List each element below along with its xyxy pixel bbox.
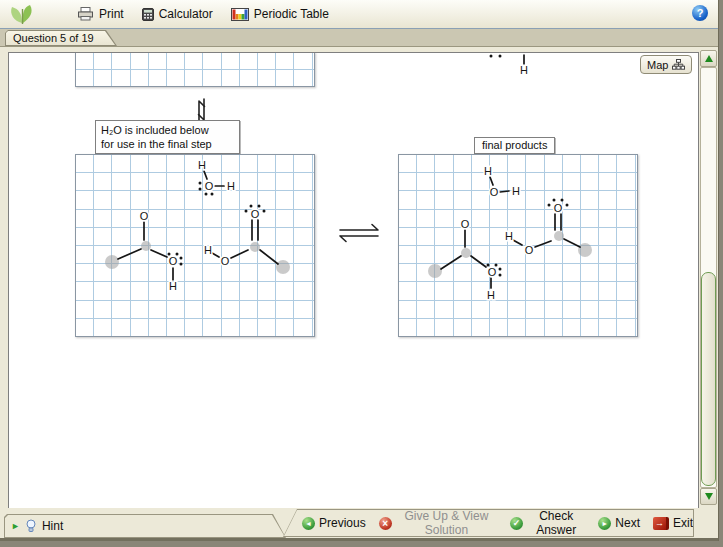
h2o-note-line2: for use in the final step [101,137,234,151]
svg-text:H: H [484,165,492,177]
app-window: Print Calculator Periodic Ta [0,0,718,541]
next-button[interactable]: ► Next [598,516,640,530]
next-icon: ► [598,517,611,530]
hint-label: Hint [42,519,63,533]
periodic-table-button[interactable]: Periodic Table [222,5,338,23]
exit-icon: → [653,517,669,530]
help-glyph: ? [697,7,704,19]
calculator-button[interactable]: Calculator [133,5,222,23]
svg-text:O: O [490,186,499,198]
exit-button[interactable]: → Exit [653,516,693,530]
svg-text:H: H [487,289,495,301]
tab-strip: Question 5 of 19 [0,29,718,47]
vertical-scrollbar [700,50,717,505]
navigation-bar: ◄ Previous × Give Up & View Solution ✓ C… [283,509,694,537]
scrollbar-track[interactable] [700,67,717,488]
final-products-label: final products [474,137,555,154]
svg-text:H: H [169,280,177,292]
svg-text:H: H [227,180,235,192]
print-button[interactable]: Print [68,5,133,23]
question-tab[interactable]: Question 5 of 19 [5,30,117,46]
reactants-panel[interactable]: HOHOOHHOO [75,154,315,337]
question-workspace: H Map H₂O is included bel [8,52,699,509]
previous-button[interactable]: ◄ Previous [302,516,366,530]
scroll-down-button[interactable] [700,488,717,505]
svg-text:H: H [505,230,513,242]
expand-triangle-icon: ► [11,522,20,531]
content-frame: H Map H₂O is included bel [0,47,718,508]
lightbulb-icon [25,519,37,533]
exit-label: Exit [673,516,693,530]
h2o-note-line1: H₂O is included below [101,123,234,137]
svg-text:O: O [251,208,260,220]
previous-label: Previous [319,516,366,530]
calculator-label: Calculator [159,7,213,21]
question-tab-label: Question 5 of 19 [13,32,94,44]
check-answer-icon: ✓ [510,517,523,530]
up-arrow-icon [705,55,713,62]
map-hierarchy-icon [672,59,685,70]
svg-text:O: O [488,266,497,278]
svg-text:H: H [198,159,206,171]
previous-icon: ◄ [302,517,315,530]
scroll-up-button[interactable] [700,50,717,67]
equilibrium-arrow-horizontal [336,221,382,245]
hint-bar-face: ► Hint [5,515,285,537]
map-label: Map [647,59,668,71]
scrollbar-thumb[interactable] [701,272,716,486]
screen: { "header": { "print": "Print", "calcula… [0,0,723,547]
next-label: Next [615,516,640,530]
h2o-note-box: H₂O is included below for use in the fin… [95,120,240,154]
periodic-table-label: Periodic Table [254,7,329,21]
svg-text:H: H [204,244,212,256]
svg-text:H: H [520,64,528,76]
check-answer-button[interactable]: ✓ Check Answer [510,509,585,537]
print-icon [77,7,94,21]
svg-text:O: O [525,244,534,256]
svg-text:O: O [554,202,563,214]
final-products-text: final products [482,139,547,151]
svg-text:O: O [461,218,470,230]
svg-text:O: O [140,210,149,222]
periodic-table-icon [231,8,249,21]
give-up-icon: × [379,517,392,530]
give-up-label: Give Up & View Solution [396,509,497,537]
check-answer-label: Check Answer [527,509,585,537]
toolbar: Print Calculator Periodic Ta [0,0,718,29]
navigation-bar-face: ◄ Previous × Give Up & View Solution ✓ C… [284,510,693,536]
svg-text:O: O [221,255,230,267]
svg-text:O: O [205,180,214,192]
print-label: Print [99,7,124,21]
svg-text:O: O [169,255,178,267]
svg-text:H: H [512,185,520,197]
question-tab-face: Question 5 of 19 [6,31,116,45]
calculator-icon [142,8,154,21]
give-up-button[interactable]: × Give Up & View Solution [379,509,497,537]
footer-bar: ► Hint ◄ Previous × Give Up & View Solut… [0,508,718,538]
scratch-grid-partial[interactable] [75,52,315,87]
molecule-fragment: H [449,53,569,79]
help-button[interactable]: ? [692,5,708,21]
hint-bar[interactable]: ► Hint [4,514,286,538]
map-button[interactable]: Map [640,55,692,74]
plant-logo-icon [6,1,40,27]
down-arrow-icon [705,493,713,500]
products-panel[interactable]: HOHOOHHOO [398,154,638,337]
